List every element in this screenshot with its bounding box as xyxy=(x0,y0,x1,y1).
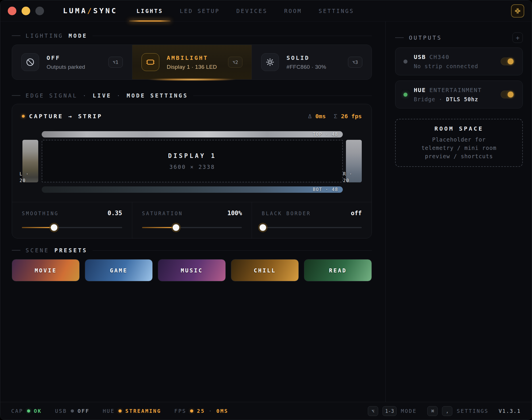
titlebar: LUMA/SYNC LIGHTS LED SETUP DEVICES ROOM … xyxy=(0,0,532,22)
delta-symbol: Δ xyxy=(308,113,312,120)
mode-off-title: OFF xyxy=(47,54,85,61)
output-usb-card[interactable]: USBCH340 No strip connected xyxy=(395,47,523,75)
mode-off-shortcut-badge: ⌥1 xyxy=(108,57,123,68)
preset-movie[interactable]: MOVIE xyxy=(12,259,80,281)
tab-room[interactable]: ROOM xyxy=(284,0,302,22)
preset-music[interactable]: MUSIC xyxy=(158,259,226,281)
smoothing-slider[interactable] xyxy=(22,227,122,228)
brand-right: SYNC xyxy=(93,7,117,15)
collapse-corners-icon xyxy=(514,8,521,14)
lighting-header-bright: MODE xyxy=(69,33,88,39)
minimize-window-button[interactable] xyxy=(22,7,30,15)
usb-toggle[interactable] xyxy=(501,58,514,65)
header-rule xyxy=(93,250,372,251)
preset-read-label: READ xyxy=(329,267,347,274)
statusbar: CAP OK USB OFF HUE STREAMING FPS 25 · 0M… xyxy=(0,402,532,420)
led-bar-top: TOP · 48 xyxy=(42,131,343,138)
preset-read[interactable]: READ xyxy=(304,259,372,281)
mode-ambilight-card[interactable]: AMBILIGHT Display 1 · 136 LED ⌥2 xyxy=(132,45,252,79)
mode-solid-card[interactable]: SOLID #FFC860 · 30% ⌥3 xyxy=(252,45,372,79)
hue-status-dot xyxy=(118,409,122,413)
room-space-line: Placeholder for xyxy=(432,135,486,144)
hue-card-text: HUEENTERTAINMENT Bridge · DTLS 50hz xyxy=(414,87,482,102)
capture-status-dot xyxy=(27,409,30,413)
saturation-slider[interactable] xyxy=(142,227,242,228)
mode-ambilight-text: AMBILIGHT Display 1 · 136 LED xyxy=(167,54,217,70)
tab-settings[interactable]: SETTINGS xyxy=(319,0,354,22)
led-bar-right: R ·20 xyxy=(346,140,362,182)
main-nav: LIGHTS LED SETUP DEVICES ROOM SETTINGS xyxy=(137,0,354,22)
prohibition-icon xyxy=(25,57,35,67)
hue-toggle-knob xyxy=(508,91,514,98)
fps-value: 26 fps xyxy=(341,113,362,120)
preset-music-label: MUSIC xyxy=(181,267,203,274)
latency-status-value: 0MS xyxy=(216,408,228,414)
hue-toggle[interactable] xyxy=(501,91,514,98)
header-sep: · xyxy=(83,92,87,99)
latency-value: 0ms xyxy=(315,113,326,120)
status-readouts: CAP OK USB OFF HUE STREAMING FPS 25 · 0M… xyxy=(11,408,228,414)
saturation-control: SATURATION 100% xyxy=(132,202,252,238)
app-title: LUMA/SYNC xyxy=(63,7,118,15)
zoom-window-button[interactable] xyxy=(35,7,44,15)
tab-lights[interactable]: LIGHTS xyxy=(137,0,163,22)
display-resolution: 3600 × 2338 xyxy=(169,164,215,170)
usb-status: USB OFF xyxy=(55,408,89,414)
command-key-badge: ⌘ xyxy=(427,406,438,416)
capture-status-value: OK xyxy=(34,408,42,414)
preset-game[interactable]: GAME xyxy=(85,259,153,281)
hue-name: HUE xyxy=(414,87,426,93)
room-space-line: telemetry / mini room xyxy=(421,144,496,152)
room-space-line: preview / shortcuts xyxy=(425,152,493,161)
edge-header-dim: EDGE SIGNAL xyxy=(26,92,78,99)
hue-status-value: STREAMING xyxy=(125,408,161,414)
mode-ambilight-title: AMBILIGHT xyxy=(167,54,217,61)
smoothing-slider-fill xyxy=(22,227,54,228)
preset-game-label: GAME xyxy=(110,267,128,274)
edge-header-live: LIVE xyxy=(93,92,112,99)
sigma-symbol: Σ xyxy=(334,113,337,120)
compact-mode-button[interactable] xyxy=(511,4,524,18)
led-bar-bottom: BOT · 48 xyxy=(42,186,343,193)
outputs-header: OUTPUTS + xyxy=(395,33,523,43)
scene-presets-header: SCENE PRESETS xyxy=(12,247,372,253)
header-sep: · xyxy=(117,92,121,99)
black-border-slider[interactable] xyxy=(262,227,362,228)
hue-detail: Bridge · DTLS 50hz xyxy=(414,96,482,102)
sidebar-divider xyxy=(385,22,386,402)
output-hue-card[interactable]: HUEENTERTAINMENT Bridge · DTLS 50hz xyxy=(395,81,523,108)
mode-ambilight-subtitle: Display 1 · 136 LED xyxy=(167,64,217,70)
preset-chill[interactable]: CHILL xyxy=(231,259,299,281)
scene-preset-row: MOVIE GAME MUSIC CHILL READ xyxy=(12,259,372,281)
close-window-button[interactable] xyxy=(8,7,16,15)
saturation-slider-handle[interactable] xyxy=(173,224,179,231)
add-output-button[interactable]: + xyxy=(512,33,523,43)
usb-chip-tag: CH340 xyxy=(429,54,449,60)
smoothing-slider-handle[interactable] xyxy=(51,224,57,231)
usb-status-value: OFF xyxy=(78,408,90,414)
main-content: LIGHTING MODE OFF Outputs parked ⌥1 xyxy=(12,22,372,281)
usb-status-dot xyxy=(403,60,407,64)
mode-solid-subtitle: #FFC860 · 30% xyxy=(286,64,326,70)
saturation-slider-fill xyxy=(142,227,176,228)
mode-ambilight-icon-box xyxy=(141,53,159,71)
black-border-slider-handle[interactable] xyxy=(259,224,266,231)
usb-detail: No strip connected xyxy=(414,63,478,69)
number-range-key-badge: 1-3 xyxy=(382,406,397,416)
tab-devices[interactable]: DEVICES xyxy=(236,0,267,22)
fps-separator: · xyxy=(209,408,213,414)
tab-led-setup[interactable]: LED SETUP xyxy=(180,0,220,22)
tv-frame-icon xyxy=(146,57,155,67)
mode-ambilight-shortcut-badge: ⌥2 xyxy=(228,57,242,68)
presets-header-dim: SCENE xyxy=(26,247,49,253)
outputs-header-label: OUTPUTS xyxy=(409,35,442,41)
header-dash xyxy=(12,250,20,251)
capture-stats: Δ0ms Σ26 fps xyxy=(308,113,362,120)
app-window: LUMA/SYNC LIGHTS LED SETUP DEVICES ROOM … xyxy=(0,0,532,420)
fps-status-dot xyxy=(190,409,193,413)
option-key-badge: ⌥ xyxy=(368,406,378,416)
shortcut-hints: ⌥ 1-3 MODE ⌘ , SETTINGS V1.3.1 xyxy=(368,406,521,416)
mode-off-card[interactable]: OFF Outputs parked ⌥1 xyxy=(12,45,132,79)
comma-key-badge: , xyxy=(442,406,452,416)
black-border-label: BLACK BORDER xyxy=(262,211,311,216)
